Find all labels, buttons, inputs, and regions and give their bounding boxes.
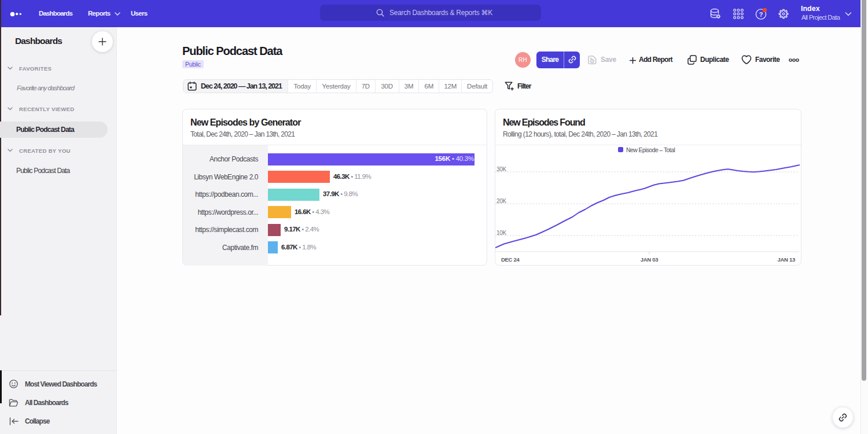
svg-text:DEC 24: DEC 24	[501, 256, 520, 263]
svg-text:JAN 03: JAN 03	[641, 256, 658, 263]
svg-text:30K: 30K	[496, 166, 507, 172]
svg-text:20K: 20K	[496, 198, 507, 204]
svg-text:JAN 13: JAN 13	[778, 256, 795, 263]
svg-text:10K: 10K	[496, 230, 507, 236]
svg-text:?: ?	[759, 11, 763, 18]
